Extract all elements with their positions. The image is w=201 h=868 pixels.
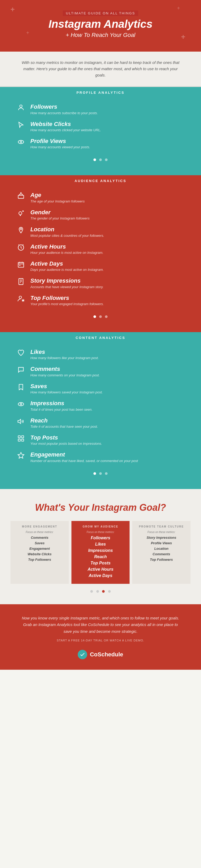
goal-focus-label-engagement: Focus on these metrics: [14,531,65,533]
svg-rect-16 [19,279,23,285]
list-item: Saves [14,541,65,545]
plus-decoration: + [177,5,180,11]
metric-desc: Your profile's most engaged Instagram fo… [30,302,104,306]
metric-desc: Accounts that have viewed your Instagram… [30,285,103,289]
metric-likes: Likes How many followers like your Insta… [16,349,185,360]
metric-desc: How many accounts viewed your posts. [30,145,90,149]
metric-followers: Followers How many accounts subscribe to… [16,103,185,115]
hero-supertitle: ULTIMATE GUIDE ON ALL THINGS [63,10,138,16]
metric-name: Story Impressions [30,277,103,284]
metric-desc: The age of your Instagram followers [30,199,85,203]
metric-comments: Comments How many comments on your Insta… [16,366,185,377]
metric-desc: Total # of times your post has been seen… [30,407,92,411]
svg-point-0 [20,105,22,107]
metric-engagement: Engagement Number of accounts that have … [16,451,185,463]
metric-desc: Your most popular posts based on impress… [30,442,102,445]
list-item: Comments [14,536,65,539]
metric-desc: How many comments on your Instagram post… [30,373,100,377]
metric-top-posts: Top Posts Your most popular posts based … [16,434,185,445]
goal-col-engagement: MORE ENGAGEMENT Focus on these metrics: … [10,521,69,584]
svg-rect-3 [18,195,24,198]
dot-3 [105,315,107,318]
goal-metrics-engagement: Comments Saves Engagement Website Clicks… [14,536,65,562]
metric-reach: Reach Totle # of accounts that have seen… [16,417,185,429]
clock-icon [16,244,26,253]
goal-col-grow: GROW MY AUDIENCE Focus on these metrics:… [71,521,130,584]
svg-rect-27 [18,439,21,441]
metric-desc: How many followers saved your Instagram … [30,390,103,394]
metric-impressions: Impressions Total # of times your post h… [16,400,185,411]
metric-desc: Number of accounts that have liked, save… [30,459,138,463]
grid-icon [16,435,26,444]
metric-name: Likes [30,349,99,355]
person-icon [16,104,26,113]
goals-title: What's Your Instagram Goal? [10,502,191,513]
goal-col-title-engagement: MORE ENGAGEMENT [14,525,65,528]
metric-name: Top Followers [30,294,104,302]
cursor-icon [16,121,26,130]
metric-name: Active Days [30,260,104,267]
svg-point-23 [20,403,22,405]
svg-rect-11 [18,262,24,268]
list-item: Reach [75,555,126,559]
audience-analytics-body: Age The age of your Instagram followers … [0,186,201,332]
hero-section: + + ULTIMATE GUIDE ON ALL THINGS Instagr… [0,0,201,52]
intro-section: With so many metrics to monitor on Insta… [0,52,201,87]
content-dots [16,469,185,481]
goals-section: What's Your Instagram Goal? MORE ENGAGEM… [0,489,201,604]
dot-2 [99,158,102,161]
list-item: Top Posts [75,561,126,565]
footer-cta-links[interactable]: START A FREE 14-DAY TRIAL OR WATCH A LIV… [21,639,180,642]
metric-desc: How many accounts subscribe to your post… [30,111,98,115]
content-analytics-section: CONTENT ANALYTICS Likes How many followe… [0,332,201,489]
cake-icon [16,192,26,201]
metric-desc: How many accounts clicked your website U… [30,128,101,132]
profile-analytics-section: PROFILE ANALYTICS Followers How many acc… [0,87,201,175]
dot-1 [94,158,96,161]
dot-3 [105,472,107,475]
svg-point-1 [18,141,24,144]
metric-name: Impressions [30,400,92,407]
calendar-icon [16,261,26,270]
profile-analytics-body: Followers How many accounts subscribe to… [0,98,201,175]
svg-point-22 [18,403,24,406]
dot-2 [99,472,102,475]
metric-desc: The gender of your Instagram followers [30,216,90,220]
goal-focus-label-promote: Focus on these metrics: [136,531,187,533]
hero-subtitle: + How To Reach Your Goal [21,32,180,38]
metric-name: Engagement [30,451,138,458]
list-item: Website Clicks [14,552,65,556]
list-item: Followers [75,536,126,540]
dot-1 [94,472,96,475]
coschedule-logo-text: CoSchedule [90,651,123,658]
audience-analytics-section: AUDIENCE ANALYTICS Age The age of your I… [0,175,201,332]
audience-analytics-header: AUDIENCE ANALYTICS [0,175,201,186]
list-item: Comments [136,552,187,556]
metric-website-clicks: Website Clicks How many accounts clicked… [16,121,185,132]
metric-desc: Totle # of accounts that have seen your … [30,425,98,429]
metric-age: Age The age of your Instagram followers [16,192,185,203]
content-analytics-title: CONTENT ANALYTICS [5,336,196,340]
goals-dot-2 [96,590,99,593]
footer-cta-text[interactable]: START A FREE 14-DAY TRIAL OR WATCH A LIV… [57,639,144,642]
goals-dot-4 [108,590,111,593]
hero-title: Instagram Analytics [21,18,180,30]
coschedule-logo-icon [78,650,87,659]
metric-name: Active Hours [30,243,103,250]
goals-dots [10,584,191,596]
metric-gender: Gender The gender of your Instagram foll… [16,209,185,220]
list-item: Engagement [14,547,65,551]
metric-name: Gender [30,209,90,216]
pin-icon [16,226,26,236]
svg-point-9 [20,228,22,230]
profile-dots [16,155,185,167]
list-item: Likes [75,542,126,547]
list-item: Top Followers [136,558,187,562]
eye2-icon [16,401,26,409]
metric-location: Location Most poplular cities & countire… [16,226,185,237]
metric-name: Comments [30,366,100,372]
dot-2 [99,315,102,318]
dot-1 [94,315,96,318]
star-icon [16,452,26,461]
svg-rect-15 [20,265,21,266]
